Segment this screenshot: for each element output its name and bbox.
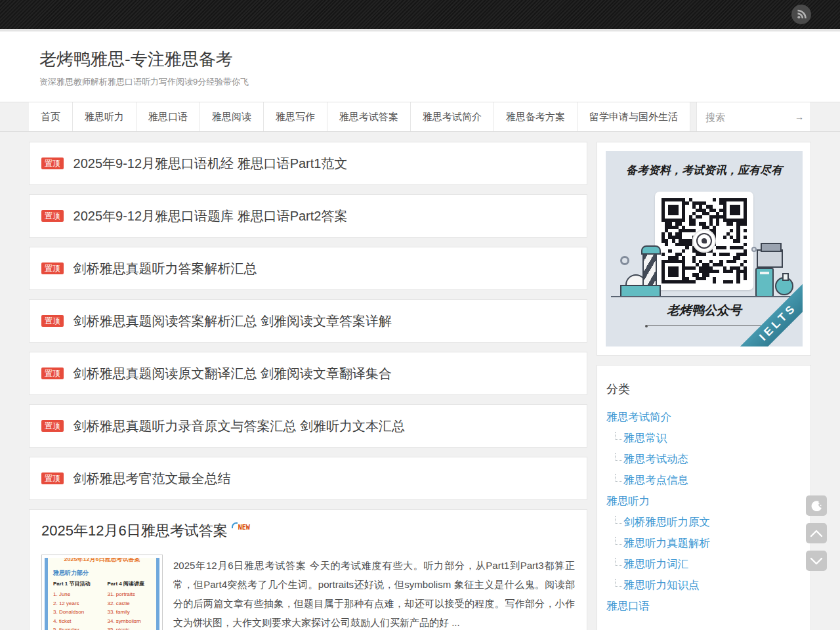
pinned-badge: 置顶 <box>41 210 64 222</box>
widget-title: 分类 <box>606 381 801 397</box>
main-column: 置顶 2025年9-12月雅思口语机经 雅思口语Part1范文 置顶 2025年… <box>29 142 587 630</box>
pinned-post-link[interactable]: 剑桥雅思真题听力答案解析汇总 <box>74 261 257 276</box>
rss-icon[interactable] <box>791 5 811 24</box>
article-card: 2025年12月6日雅思考试答案NEW 2025年12月6日雅思考试答案 雅思听… <box>29 509 587 630</box>
qr-widget: 备考资料，考试资讯，应有尽有 老烤鸭公众号 IELTS <box>597 142 811 356</box>
thumb-col2-header: Part 4 阅读讲座 <box>108 580 157 587</box>
answer-item: 1. June <box>53 590 102 599</box>
site-header: 老烤鸭雅思-专注雅思备考 资深雅思教师解析雅思口语听力写作阅读9分经验带你飞 <box>0 29 840 102</box>
pinned-post-link[interactable]: 剑桥雅思真题阅读答案解析汇总 剑雅阅读文章答案详解 <box>74 314 392 328</box>
answer-item: 3. Donaldson <box>53 608 102 617</box>
category-link[interactable]: 雅思听力 <box>606 495 650 507</box>
category-link[interactable]: 雅思听力词汇 <box>623 558 688 570</box>
pinned-post-link[interactable]: 剑桥雅思真题听力录音原文与答案汇总 剑雅听力文本汇总 <box>74 419 406 433</box>
nav-item[interactable]: 首页 <box>29 102 73 131</box>
dark-mode-button[interactable] <box>806 495 827 516</box>
sidebar: 备考资料，考试资讯，应有尽有 老烤鸭公众号 IELTS 分类 <box>597 142 811 630</box>
nav-menu: 首页雅思听力雅思口语雅思阅读雅思写作雅思考试答案雅思考试简介雅思备考方案留学申请… <box>29 102 690 131</box>
nav-item[interactable]: 雅思阅读 <box>200 102 264 131</box>
ground-line <box>611 296 797 297</box>
category-item: 雅思考试动态 <box>606 448 801 469</box>
new-icon: NEW <box>232 524 250 531</box>
qr-top-text: 备考资料，考试资讯，应有尽有 <box>606 163 803 178</box>
wechat-qr-banner: 备考资料，考试资讯，应有尽有 老烤鸭公众号 IELTS <box>606 151 803 346</box>
pinned-post-card: 置顶 2025年9-12月雅思口语机经 雅思口语Part1范文 <box>29 142 587 185</box>
tree-branch-icon <box>615 558 622 566</box>
pinned-badge: 置顶 <box>41 368 64 379</box>
nav-item[interactable]: 留学申请与国外生活 <box>578 102 690 131</box>
nav-item[interactable]: 雅思备考方案 <box>494 102 578 131</box>
nav-item[interactable]: 雅思考试简介 <box>411 102 494 131</box>
category-item: 雅思听力词汇 <box>606 553 801 574</box>
moon-icon <box>810 499 823 513</box>
category-link[interactable]: 雅思常识 <box>623 432 667 444</box>
pinned-badge: 置顶 <box>41 420 64 432</box>
tree-branch-icon <box>615 537 622 545</box>
answer-item: 34. symbolism <box>108 617 157 626</box>
category-item: 雅思听力知识点 <box>606 574 801 595</box>
pinned-badge: 置顶 <box>41 315 64 327</box>
gear-icon <box>751 247 757 252</box>
answer-item: 33. family <box>108 608 157 617</box>
thumb-col1-list: 1. June2. 12 years3. Donaldson4. ticket5… <box>53 590 102 630</box>
pinned-post-link[interactable]: 2025年9-12月雅思口语题库 雅思口语Part2答案 <box>74 209 348 223</box>
nav-item[interactable]: 雅思写作 <box>264 102 327 131</box>
category-link[interactable]: 雅思口语 <box>606 600 650 612</box>
nav-item[interactable]: 雅思听力 <box>73 102 136 131</box>
category-item: 雅思口语 <box>606 595 801 616</box>
category-link[interactable]: 剑桥雅思听力原文 <box>623 516 710 528</box>
pinned-post-link[interactable]: 2025年9-12月雅思口语机经 雅思口语Part1范文 <box>74 156 348 171</box>
thumb-col1-header: Part 1 节目活动 <box>53 580 102 587</box>
category-link[interactable]: 雅思听力真题解析 <box>623 537 710 549</box>
pinned-post-card: 置顶 剑桥雅思真题听力答案解析汇总 <box>29 247 587 290</box>
category-link[interactable]: 雅思考试简介 <box>606 411 671 423</box>
article-thumbnail[interactable]: 2025年12月6日雅思考试答案 雅思听力部分 Part 1 节目活动 1. J… <box>41 555 163 630</box>
pinned-post-link[interactable]: 剑桥雅思考官范文最全总结 <box>74 471 231 486</box>
pinned-post-card: 置顶 剑桥雅思真题听力录音原文与答案汇总 剑雅听力文本汇总 <box>29 404 587 448</box>
pinned-badge: 置顶 <box>41 472 64 484</box>
top-bar <box>0 0 840 29</box>
pinned-post-link[interactable]: 剑桥雅思真题阅读原文翻译汇总 剑雅阅读文章翻译集合 <box>74 366 392 381</box>
answer-item: 5. thursday <box>53 625 102 630</box>
pinned-post-card: 置顶 2025年9-12月雅思口语题库 雅思口语Part2答案 <box>29 194 587 238</box>
nav-item[interactable]: 雅思考试答案 <box>327 102 411 131</box>
answer-item: 35. picnic <box>108 625 157 630</box>
tree-branch-icon <box>615 453 622 461</box>
tree-branch-icon <box>615 579 622 587</box>
pinned-post-list: 置顶 2025年9-12月雅思口语机经 雅思口语Part1范文 置顶 2025年… <box>29 142 587 500</box>
house-icon <box>757 249 783 268</box>
answer-item: 2. 12 years <box>53 599 102 608</box>
category-item: 雅思听力 <box>606 490 801 511</box>
main-nav: 首页雅思听力雅思口语雅思阅读雅思写作雅思考试答案雅思考试简介雅思备考方案留学申请… <box>0 102 840 132</box>
category-link[interactable]: 雅思考试动态 <box>623 453 688 465</box>
search-input[interactable] <box>697 112 782 123</box>
nav-item[interactable]: 雅思口语 <box>136 102 200 131</box>
listening-answers-image: 2025年12月6日雅思考试答案 雅思听力部分 Part 1 节目活动 1. J… <box>45 558 159 630</box>
pinned-post-card: 置顶 剑桥雅思真题阅读原文翻译汇总 剑雅阅读文章翻译集合 <box>29 352 587 395</box>
site-title[interactable]: 老烤鸭雅思-专注雅思备考 <box>39 49 811 70</box>
scroll-top-button[interactable] <box>806 523 827 543</box>
category-link[interactable]: 雅思考点信息 <box>623 474 688 486</box>
pinned-post-card: 置顶 剑桥雅思考官范文最全总结 <box>29 457 587 500</box>
article-title-link[interactable]: 2025年12月6日雅思考试答案 <box>41 522 228 539</box>
category-item: 雅思常识 <box>606 427 801 448</box>
category-list: 雅思考试简介 雅思常识 雅思考试动态 雅思考点信息 雅思 <box>606 406 801 616</box>
duck-logo-icon <box>692 229 716 253</box>
scroll-bottom-button[interactable] <box>806 551 827 571</box>
chevron-up-icon <box>809 528 824 539</box>
tank-icon <box>755 268 774 297</box>
pinned-post-card: 置顶 剑桥雅思真题阅读答案解析汇总 剑雅阅读文章答案详解 <box>29 299 587 343</box>
category-item: 雅思考点信息 <box>606 469 801 490</box>
qr-code <box>655 192 753 290</box>
flask-icon <box>775 277 793 295</box>
divider-line <box>646 326 767 326</box>
article-title: 2025年12月6日雅思考试答案NEW <box>41 522 575 543</box>
answer-item: 4. ticket <box>53 617 102 626</box>
search-submit-icon[interactable]: → <box>795 112 810 122</box>
category-item: 剑桥雅思听力原文 <box>606 511 801 532</box>
gear-icon <box>620 256 629 265</box>
category-link[interactable]: 雅思听力知识点 <box>623 579 700 591</box>
tree-branch-icon <box>615 432 622 440</box>
pinned-badge: 置顶 <box>41 262 64 274</box>
site-tagline: 资深雅思教师解析雅思口语听力写作阅读9分经验带你飞 <box>39 76 811 88</box>
